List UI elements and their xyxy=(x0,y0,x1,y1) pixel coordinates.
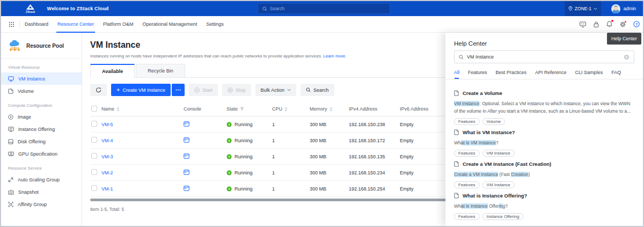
vm-name-link[interactable]: VM-4 xyxy=(101,138,184,143)
sidebar-item-volume[interactable]: Volume xyxy=(1,85,82,97)
disk-offering-icon xyxy=(8,139,13,144)
column-header-console[interactable]: Console xyxy=(184,106,226,112)
sidebar-item-instance-offering[interactable]: Instance Offering xyxy=(1,123,82,135)
gpu-icon xyxy=(8,151,14,157)
help-icon[interactable]: ? xyxy=(633,21,640,27)
help-tag-vm-instance[interactable]: VM Instance xyxy=(482,150,515,157)
sidebar-item-auto-scaling-group[interactable]: Auto Scaling Group xyxy=(1,173,82,186)
sidebar-item-vm-instance[interactable]: VM Instance xyxy=(1,72,82,85)
tab-recycle-bin[interactable]: Recycle Bin xyxy=(136,64,185,77)
help-result-title[interactable]: What is Instance Offering? xyxy=(454,193,634,199)
instance-offering-icon xyxy=(8,127,14,132)
vm-name-link[interactable]: VM-3 xyxy=(101,154,184,159)
notifications-bell-icon[interactable] xyxy=(606,21,612,27)
help-tab-faq[interactable]: FAQ xyxy=(611,70,621,75)
column-header-name[interactable]: Name xyxy=(101,106,184,112)
search-highlight: at is VM Instance xyxy=(461,140,496,145)
row-checkbox[interactable] xyxy=(91,121,97,127)
column-header-cpu[interactable]: CPU xyxy=(272,106,310,112)
sort-icon[interactable] xyxy=(330,107,333,112)
help-result-title[interactable]: Create a Volume xyxy=(454,90,634,96)
help-search-input[interactable]: VM Instance xyxy=(454,50,634,63)
nav-item-settings[interactable]: Settings xyxy=(206,16,224,33)
create-vm-button[interactable]: +Create VM Instance xyxy=(111,84,171,96)
sidebar-item-image[interactable]: Image xyxy=(1,111,82,123)
row-checkbox[interactable] xyxy=(91,169,97,175)
sidebar-item-affinity-group[interactable]: Affinity Group xyxy=(1,198,82,210)
state-label: Running xyxy=(235,138,253,143)
search-button[interactable]: Search xyxy=(301,84,334,96)
help-tab-api-reference[interactable]: API Reference xyxy=(535,70,567,75)
more-actions-button[interactable] xyxy=(172,84,185,96)
user-menu[interactable]: admin xyxy=(611,1,636,16)
nav-item-platform-o-m[interactable]: Platform O&M xyxy=(103,16,134,33)
nav-item-operational-management[interactable]: Operational Management xyxy=(143,16,197,33)
resource-pool-icon xyxy=(8,40,21,52)
lock-icon[interactable] xyxy=(594,21,599,27)
row-checkbox[interactable] xyxy=(91,185,97,191)
console-icon[interactable] xyxy=(184,186,189,191)
settings-badge xyxy=(625,21,626,23)
help-tag-features[interactable]: Features xyxy=(454,118,480,125)
console-icon[interactable] xyxy=(184,153,189,159)
sidebar-item-label: Image xyxy=(18,114,31,120)
help-result-title[interactable]: What is VM Instance? xyxy=(454,129,634,135)
help-tag-vm-instance[interactable]: VM Instance xyxy=(482,181,515,188)
nav-item-resource-center[interactable]: Resource Center xyxy=(57,16,94,33)
help-tag-features[interactable]: Features xyxy=(454,150,480,157)
global-search-input[interactable]: Search xyxy=(258,3,390,14)
console-proxy-icon[interactable] xyxy=(580,21,586,27)
help-tag-instance-offering[interactable]: Instance Offering xyxy=(482,213,524,220)
vm-name-link[interactable]: VM-5 xyxy=(101,122,184,127)
document-icon xyxy=(454,90,459,96)
help-result-what-is-instance-offering: What is Instance Offering?What is Instan… xyxy=(454,188,634,220)
bulk-action-button[interactable]: Bulk Action xyxy=(255,84,297,96)
help-tag-volume[interactable]: Volume xyxy=(482,118,506,125)
zstack-logo[interactable]: ZStack xyxy=(26,4,35,13)
start-button[interactable]: Start xyxy=(189,84,218,96)
search-highlight: at is Instance xyxy=(461,203,488,209)
column-header-state[interactable]: State xyxy=(226,106,272,112)
resource-pool-header[interactable]: Resource Pool xyxy=(1,39,82,59)
sidebar-item-snapshot[interactable]: Snapshot xyxy=(1,186,82,198)
running-state-icon xyxy=(226,138,232,143)
sort-icon[interactable] xyxy=(116,107,120,112)
memory-value: 300 MB xyxy=(310,138,349,143)
sort-icon[interactable] xyxy=(284,107,288,112)
sidebar: Resource Pool Virtual ResourceVM Instanc… xyxy=(1,33,82,226)
select-all-checkbox[interactable] xyxy=(91,106,97,112)
sidebar-item-gpu-specification[interactable]: GPU Specification xyxy=(1,148,82,160)
document-icon xyxy=(454,129,459,135)
chevron-down-icon xyxy=(287,89,291,91)
clear-icon[interactable] xyxy=(624,54,630,60)
sidebar-item-disk-offering[interactable]: Disk Offering xyxy=(1,135,82,148)
help-tab-best-practices[interactable]: Best Practices xyxy=(496,70,527,75)
refresh-button[interactable] xyxy=(90,84,107,96)
row-checkbox[interactable] xyxy=(91,137,97,143)
apps-grid-icon[interactable] xyxy=(9,21,14,27)
filter-icon[interactable] xyxy=(240,107,244,111)
column-header-memory[interactable]: Memory xyxy=(310,106,349,112)
help-result-title[interactable]: Create a VM Instance (Fast Creation) xyxy=(454,161,634,167)
nav-item-dashboard[interactable]: Dashboard xyxy=(25,16,48,33)
learn-more-link[interactable]: Learn more. xyxy=(323,54,346,58)
help-tab-features[interactable]: Features xyxy=(468,70,487,75)
state-label: Running xyxy=(235,122,253,127)
console-icon[interactable] xyxy=(184,170,189,175)
help-tab-cli-samples[interactable]: CLI Samples xyxy=(575,70,603,75)
zone-selector[interactable]: ZONE-1 xyxy=(565,1,601,16)
console-icon[interactable] xyxy=(184,137,189,143)
help-tag-features[interactable]: Features xyxy=(454,181,480,188)
vm-name-link[interactable]: VM-2 xyxy=(101,170,184,175)
help-result-what-is-vm-instance: What is VM Instance?What is VM Instance?… xyxy=(454,125,634,157)
help-tag-features[interactable]: Features xyxy=(454,213,480,220)
tab-available[interactable]: Available xyxy=(90,64,135,77)
stop-button[interactable]: Stop xyxy=(222,84,251,96)
settings-gear-icon[interactable] xyxy=(620,21,626,27)
row-checkbox[interactable] xyxy=(91,153,97,159)
help-tab-all[interactable]: All xyxy=(454,70,459,75)
vm-name-link[interactable]: VM-1 xyxy=(101,186,184,192)
column-header-ipv4-address[interactable]: IPv4 Address xyxy=(349,106,400,112)
console-icon[interactable] xyxy=(184,121,189,127)
avatar xyxy=(611,4,620,13)
